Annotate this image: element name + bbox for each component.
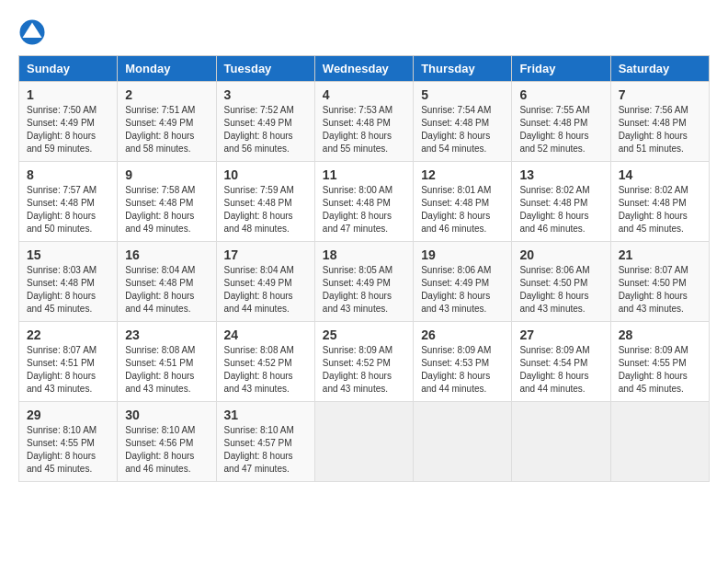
- day-info: Sunrise: 8:01 AMSunset: 4:48 PMDaylight:…: [421, 184, 504, 236]
- day-number: 23: [125, 327, 208, 342]
- calendar-cell: 10Sunrise: 7:59 AMSunset: 4:48 PMDayligh…: [216, 162, 314, 242]
- day-number: 12: [421, 167, 504, 182]
- calendar-cell: 7Sunrise: 7:56 AMSunset: 4:48 PMDaylight…: [610, 82, 709, 162]
- calendar-cell: 20Sunrise: 8:06 AMSunset: 4:50 PMDayligh…: [512, 242, 610, 322]
- day-number: 26: [421, 327, 504, 342]
- day-info: Sunrise: 8:10 AMSunset: 4:55 PMDaylight:…: [27, 424, 109, 476]
- logo: [18, 18, 50, 46]
- day-info: Sunrise: 8:02 AMSunset: 4:48 PMDaylight:…: [519, 184, 602, 236]
- day-info: Sunrise: 7:53 AMSunset: 4:48 PMDaylight:…: [323, 104, 405, 155]
- day-info: Sunrise: 8:09 AMSunset: 4:54 PMDaylight:…: [519, 344, 602, 396]
- day-number: 22: [27, 327, 109, 342]
- calendar-cell: 22Sunrise: 8:07 AMSunset: 4:51 PMDayligh…: [19, 322, 118, 402]
- calendar-cell: 9Sunrise: 7:58 AMSunset: 4:48 PMDaylight…: [118, 162, 216, 242]
- calendar-cell: [610, 402, 709, 482]
- day-info: Sunrise: 7:55 AMSunset: 4:48 PMDaylight:…: [519, 104, 602, 155]
- day-info: Sunrise: 7:58 AMSunset: 4:48 PMDaylight:…: [125, 184, 208, 236]
- day-header-tuesday: Tuesday: [216, 56, 314, 82]
- calendar-cell: 30Sunrise: 8:10 AMSunset: 4:56 PMDayligh…: [118, 402, 216, 482]
- calendar-cell: 27Sunrise: 8:09 AMSunset: 4:54 PMDayligh…: [512, 322, 610, 402]
- calendar-cell: [512, 402, 610, 482]
- calendar-cell: 31Sunrise: 8:10 AMSunset: 4:57 PMDayligh…: [216, 402, 314, 482]
- day-info: Sunrise: 8:09 AMSunset: 4:55 PMDaylight:…: [619, 344, 701, 396]
- day-info: Sunrise: 8:05 AMSunset: 4:49 PMDaylight:…: [323, 264, 405, 316]
- calendar-cell: 21Sunrise: 8:07 AMSunset: 4:50 PMDayligh…: [610, 242, 709, 322]
- calendar-week-2: 8Sunrise: 7:57 AMSunset: 4:48 PMDaylight…: [19, 162, 710, 242]
- day-number: 28: [619, 327, 701, 342]
- day-number: 3: [224, 87, 307, 102]
- calendar-cell: 8Sunrise: 7:57 AMSunset: 4:48 PMDaylight…: [19, 162, 118, 242]
- day-info: Sunrise: 8:06 AMSunset: 4:50 PMDaylight:…: [519, 264, 602, 316]
- day-number: 18: [323, 247, 405, 262]
- day-number: 6: [519, 87, 602, 102]
- day-info: Sunrise: 8:10 AMSunset: 4:57 PMDaylight:…: [224, 424, 307, 476]
- calendar-week-3: 15Sunrise: 8:03 AMSunset: 4:48 PMDayligh…: [19, 242, 710, 322]
- calendar-cell: [414, 402, 512, 482]
- day-number: 30: [125, 408, 208, 422]
- day-info: Sunrise: 7:56 AMSunset: 4:48 PMDaylight:…: [619, 104, 701, 155]
- calendar-cell: 4Sunrise: 7:53 AMSunset: 4:48 PMDaylight…: [314, 82, 413, 162]
- calendar-cell: 18Sunrise: 8:05 AMSunset: 4:49 PMDayligh…: [314, 242, 413, 322]
- day-number: 11: [323, 167, 405, 182]
- day-number: 31: [224, 408, 307, 422]
- calendar-cell: 24Sunrise: 8:08 AMSunset: 4:52 PMDayligh…: [216, 322, 314, 402]
- day-info: Sunrise: 7:52 AMSunset: 4:49 PMDaylight:…: [224, 104, 307, 155]
- calendar-cell: 28Sunrise: 8:09 AMSunset: 4:55 PMDayligh…: [610, 322, 709, 402]
- day-info: Sunrise: 7:59 AMSunset: 4:48 PMDaylight:…: [224, 184, 307, 236]
- day-number: 8: [27, 167, 109, 182]
- day-header-monday: Monday: [118, 56, 216, 82]
- day-header-friday: Friday: [512, 56, 610, 82]
- day-info: Sunrise: 8:02 AMSunset: 4:48 PMDaylight:…: [619, 184, 701, 236]
- day-info: Sunrise: 8:03 AMSunset: 4:48 PMDaylight:…: [27, 264, 109, 316]
- day-number: 24: [224, 327, 307, 342]
- calendar-cell: 19Sunrise: 8:06 AMSunset: 4:49 PMDayligh…: [414, 242, 512, 322]
- day-info: Sunrise: 7:50 AMSunset: 4:49 PMDaylight:…: [27, 104, 109, 155]
- day-info: Sunrise: 7:57 AMSunset: 4:48 PMDaylight:…: [27, 184, 109, 236]
- calendar-cell: 5Sunrise: 7:54 AMSunset: 4:48 PMDaylight…: [414, 82, 512, 162]
- day-number: 7: [619, 87, 701, 102]
- day-number: 19: [421, 247, 504, 262]
- day-header-wednesday: Wednesday: [314, 56, 413, 82]
- calendar-week-4: 22Sunrise: 8:07 AMSunset: 4:51 PMDayligh…: [19, 322, 710, 402]
- day-number: 5: [421, 87, 504, 102]
- calendar-cell: 2Sunrise: 7:51 AMSunset: 4:49 PMDaylight…: [118, 82, 216, 162]
- day-info: Sunrise: 8:07 AMSunset: 4:50 PMDaylight:…: [619, 264, 701, 316]
- day-info: Sunrise: 8:10 AMSunset: 4:56 PMDaylight:…: [125, 424, 208, 476]
- calendar-cell: 11Sunrise: 8:00 AMSunset: 4:48 PMDayligh…: [314, 162, 413, 242]
- logo-icon: [18, 18, 46, 46]
- calendar-cell: 15Sunrise: 8:03 AMSunset: 4:48 PMDayligh…: [19, 242, 118, 322]
- calendar-cell: 3Sunrise: 7:52 AMSunset: 4:49 PMDaylight…: [216, 82, 314, 162]
- day-number: 1: [27, 87, 109, 102]
- day-info: Sunrise: 8:04 AMSunset: 4:49 PMDaylight:…: [224, 264, 307, 316]
- day-info: Sunrise: 8:09 AMSunset: 4:53 PMDaylight:…: [421, 344, 504, 396]
- calendar-cell: 1Sunrise: 7:50 AMSunset: 4:49 PMDaylight…: [19, 82, 118, 162]
- day-info: Sunrise: 8:04 AMSunset: 4:48 PMDaylight:…: [125, 264, 208, 316]
- day-number: 13: [519, 167, 602, 182]
- calendar-week-1: 1Sunrise: 7:50 AMSunset: 4:49 PMDaylight…: [19, 82, 710, 162]
- calendar-cell: 14Sunrise: 8:02 AMSunset: 4:48 PMDayligh…: [610, 162, 709, 242]
- day-number: 17: [224, 247, 307, 262]
- day-number: 25: [323, 327, 405, 342]
- day-info: Sunrise: 7:54 AMSunset: 4:48 PMDaylight:…: [421, 104, 504, 155]
- day-info: Sunrise: 8:09 AMSunset: 4:52 PMDaylight:…: [323, 344, 405, 396]
- day-header-saturday: Saturday: [610, 56, 709, 82]
- calendar-cell: [314, 402, 413, 482]
- day-number: 27: [519, 327, 602, 342]
- calendar-cell: 12Sunrise: 8:01 AMSunset: 4:48 PMDayligh…: [414, 162, 512, 242]
- calendar-cell: 26Sunrise: 8:09 AMSunset: 4:53 PMDayligh…: [414, 322, 512, 402]
- calendar-cell: 17Sunrise: 8:04 AMSunset: 4:49 PMDayligh…: [216, 242, 314, 322]
- calendar-cell: 6Sunrise: 7:55 AMSunset: 4:48 PMDaylight…: [512, 82, 610, 162]
- day-header-thursday: Thursday: [414, 56, 512, 82]
- day-number: 15: [27, 247, 109, 262]
- day-number: 20: [519, 247, 602, 262]
- calendar-cell: 25Sunrise: 8:09 AMSunset: 4:52 PMDayligh…: [314, 322, 413, 402]
- day-number: 21: [619, 247, 701, 262]
- day-info: Sunrise: 8:08 AMSunset: 4:51 PMDaylight:…: [125, 344, 208, 396]
- calendar-cell: 16Sunrise: 8:04 AMSunset: 4:48 PMDayligh…: [118, 242, 216, 322]
- day-number: 2: [125, 87, 208, 102]
- calendar-week-5: 29Sunrise: 8:10 AMSunset: 4:55 PMDayligh…: [19, 402, 710, 482]
- day-number: 9: [125, 167, 208, 182]
- day-info: Sunrise: 8:08 AMSunset: 4:52 PMDaylight:…: [224, 344, 307, 396]
- day-info: Sunrise: 8:06 AMSunset: 4:49 PMDaylight:…: [421, 264, 504, 316]
- calendar-cell: 23Sunrise: 8:08 AMSunset: 4:51 PMDayligh…: [118, 322, 216, 402]
